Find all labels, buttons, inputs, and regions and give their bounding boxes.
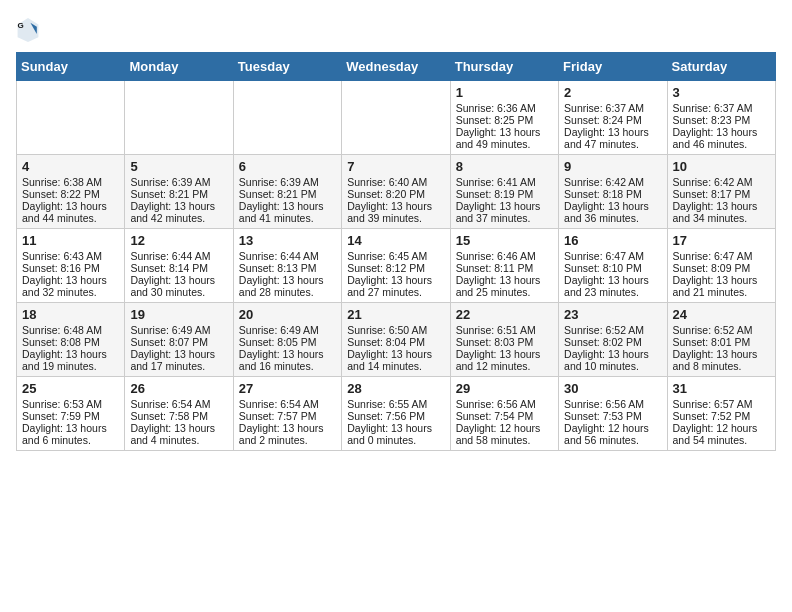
day-cell: 7Sunrise: 6:40 AMSunset: 8:20 PMDaylight… <box>342 155 450 229</box>
sunrise-text: Sunrise: 6:53 AM <box>22 398 119 410</box>
day-number: 20 <box>239 307 336 322</box>
sunset-text: Sunset: 8:22 PM <box>22 188 119 200</box>
sunset-text: Sunset: 7:58 PM <box>130 410 227 422</box>
day-number: 15 <box>456 233 553 248</box>
sunset-text: Sunset: 8:23 PM <box>673 114 770 126</box>
sunrise-text: Sunrise: 6:50 AM <box>347 324 444 336</box>
sunrise-text: Sunrise: 6:43 AM <box>22 250 119 262</box>
sunset-text: Sunset: 7:54 PM <box>456 410 553 422</box>
sunrise-text: Sunrise: 6:54 AM <box>239 398 336 410</box>
day-cell: 8Sunrise: 6:41 AMSunset: 8:19 PMDaylight… <box>450 155 558 229</box>
daylight-text: Daylight: 13 hours and 49 minutes. <box>456 126 553 150</box>
day-cell: 1Sunrise: 6:36 AMSunset: 8:25 PMDaylight… <box>450 81 558 155</box>
sunrise-text: Sunrise: 6:40 AM <box>347 176 444 188</box>
week-row-5: 25Sunrise: 6:53 AMSunset: 7:59 PMDayligh… <box>17 377 776 451</box>
daylight-text: Daylight: 13 hours and 41 minutes. <box>239 200 336 224</box>
weekday-header-sunday: Sunday <box>17 53 125 81</box>
daylight-text: Daylight: 12 hours and 58 minutes. <box>456 422 553 446</box>
day-cell: 17Sunrise: 6:47 AMSunset: 8:09 PMDayligh… <box>667 229 775 303</box>
week-row-4: 18Sunrise: 6:48 AMSunset: 8:08 PMDayligh… <box>17 303 776 377</box>
daylight-text: Daylight: 13 hours and 37 minutes. <box>456 200 553 224</box>
day-cell: 22Sunrise: 6:51 AMSunset: 8:03 PMDayligh… <box>450 303 558 377</box>
day-cell <box>342 81 450 155</box>
weekday-header-monday: Monday <box>125 53 233 81</box>
daylight-text: Daylight: 13 hours and 46 minutes. <box>673 126 770 150</box>
daylight-text: Daylight: 13 hours and 28 minutes. <box>239 274 336 298</box>
day-cell: 12Sunrise: 6:44 AMSunset: 8:14 PMDayligh… <box>125 229 233 303</box>
sunrise-text: Sunrise: 6:46 AM <box>456 250 553 262</box>
week-row-2: 4Sunrise: 6:38 AMSunset: 8:22 PMDaylight… <box>17 155 776 229</box>
weekday-header-saturday: Saturday <box>667 53 775 81</box>
day-number: 27 <box>239 381 336 396</box>
day-number: 8 <box>456 159 553 174</box>
daylight-text: Daylight: 13 hours and 39 minutes. <box>347 200 444 224</box>
sunset-text: Sunset: 8:10 PM <box>564 262 661 274</box>
day-number: 31 <box>673 381 770 396</box>
day-number: 26 <box>130 381 227 396</box>
sunrise-text: Sunrise: 6:44 AM <box>239 250 336 262</box>
sunrise-text: Sunrise: 6:47 AM <box>564 250 661 262</box>
day-number: 7 <box>347 159 444 174</box>
sunrise-text: Sunrise: 6:39 AM <box>130 176 227 188</box>
day-cell: 13Sunrise: 6:44 AMSunset: 8:13 PMDayligh… <box>233 229 341 303</box>
day-number: 9 <box>564 159 661 174</box>
day-cell: 25Sunrise: 6:53 AMSunset: 7:59 PMDayligh… <box>17 377 125 451</box>
day-cell: 11Sunrise: 6:43 AMSunset: 8:16 PMDayligh… <box>17 229 125 303</box>
sunset-text: Sunset: 7:52 PM <box>673 410 770 422</box>
sunrise-text: Sunrise: 6:49 AM <box>239 324 336 336</box>
day-cell: 20Sunrise: 6:49 AMSunset: 8:05 PMDayligh… <box>233 303 341 377</box>
day-number: 6 <box>239 159 336 174</box>
day-cell: 18Sunrise: 6:48 AMSunset: 8:08 PMDayligh… <box>17 303 125 377</box>
day-number: 16 <box>564 233 661 248</box>
sunset-text: Sunset: 8:17 PM <box>673 188 770 200</box>
day-number: 12 <box>130 233 227 248</box>
weekday-header-thursday: Thursday <box>450 53 558 81</box>
day-cell: 31Sunrise: 6:57 AMSunset: 7:52 PMDayligh… <box>667 377 775 451</box>
day-cell: 3Sunrise: 6:37 AMSunset: 8:23 PMDaylight… <box>667 81 775 155</box>
sunset-text: Sunset: 8:03 PM <box>456 336 553 348</box>
logo: G <box>16 16 44 44</box>
daylight-text: Daylight: 13 hours and 14 minutes. <box>347 348 444 372</box>
sunset-text: Sunset: 8:14 PM <box>130 262 227 274</box>
daylight-text: Daylight: 13 hours and 30 minutes. <box>130 274 227 298</box>
day-cell: 21Sunrise: 6:50 AMSunset: 8:04 PMDayligh… <box>342 303 450 377</box>
day-cell <box>233 81 341 155</box>
sunrise-text: Sunrise: 6:55 AM <box>347 398 444 410</box>
daylight-text: Daylight: 13 hours and 6 minutes. <box>22 422 119 446</box>
day-number: 14 <box>347 233 444 248</box>
sunset-text: Sunset: 8:12 PM <box>347 262 444 274</box>
sunset-text: Sunset: 8:07 PM <box>130 336 227 348</box>
day-cell: 26Sunrise: 6:54 AMSunset: 7:58 PMDayligh… <box>125 377 233 451</box>
daylight-text: Daylight: 13 hours and 2 minutes. <box>239 422 336 446</box>
day-number: 5 <box>130 159 227 174</box>
day-cell: 27Sunrise: 6:54 AMSunset: 7:57 PMDayligh… <box>233 377 341 451</box>
sunset-text: Sunset: 8:21 PM <box>130 188 227 200</box>
day-number: 22 <box>456 307 553 322</box>
sunrise-text: Sunrise: 6:49 AM <box>130 324 227 336</box>
sunset-text: Sunset: 8:11 PM <box>456 262 553 274</box>
day-cell: 16Sunrise: 6:47 AMSunset: 8:10 PMDayligh… <box>559 229 667 303</box>
daylight-text: Daylight: 13 hours and 42 minutes. <box>130 200 227 224</box>
day-cell: 6Sunrise: 6:39 AMSunset: 8:21 PMDaylight… <box>233 155 341 229</box>
week-row-3: 11Sunrise: 6:43 AMSunset: 8:16 PMDayligh… <box>17 229 776 303</box>
sunrise-text: Sunrise: 6:42 AM <box>673 176 770 188</box>
day-number: 18 <box>22 307 119 322</box>
sunrise-text: Sunrise: 6:54 AM <box>130 398 227 410</box>
sunrise-text: Sunrise: 6:57 AM <box>673 398 770 410</box>
day-number: 11 <box>22 233 119 248</box>
sunset-text: Sunset: 8:08 PM <box>22 336 119 348</box>
daylight-text: Daylight: 13 hours and 12 minutes. <box>456 348 553 372</box>
header: G <box>16 16 776 44</box>
sunrise-text: Sunrise: 6:45 AM <box>347 250 444 262</box>
day-number: 10 <box>673 159 770 174</box>
daylight-text: Daylight: 13 hours and 36 minutes. <box>564 200 661 224</box>
day-cell: 14Sunrise: 6:45 AMSunset: 8:12 PMDayligh… <box>342 229 450 303</box>
day-number: 19 <box>130 307 227 322</box>
sunset-text: Sunset: 8:18 PM <box>564 188 661 200</box>
day-number: 28 <box>347 381 444 396</box>
day-cell: 19Sunrise: 6:49 AMSunset: 8:07 PMDayligh… <box>125 303 233 377</box>
sunset-text: Sunset: 8:24 PM <box>564 114 661 126</box>
sunrise-text: Sunrise: 6:37 AM <box>673 102 770 114</box>
sunset-text: Sunset: 8:19 PM <box>456 188 553 200</box>
logo-icon: G <box>16 16 40 44</box>
